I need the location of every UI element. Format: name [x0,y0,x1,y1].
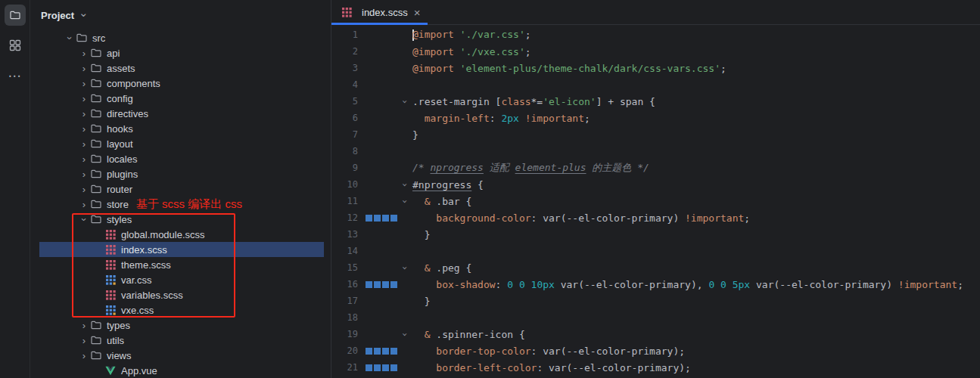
code-line-3[interactable]: 3@import 'element-plus/theme-chalk/dark/… [331,60,980,76]
line-number: 8 [331,146,358,156]
color-chip-icon[interactable] [374,281,381,288]
tree-item-label: global.module.scss [121,229,205,240]
fold-arrow-icon[interactable]: › [399,329,412,340]
color-chip-icon[interactable] [366,348,372,355]
chevron-collapsed-icon[interactable]: › [78,169,90,180]
chevron-expanded-icon[interactable]: › [78,214,90,225]
code-line-14[interactable]: 14 [331,243,980,259]
tree-item-styles[interactable]: ›styles [30,212,331,227]
code-line-21[interactable]: 21 border-left-color: var(--el-color-pri… [331,359,980,376]
code-line-2[interactable]: 2@import './vxe.css'; [331,43,980,60]
code-text: } [412,296,430,307]
code-line-7[interactable]: 7} [331,126,980,143]
color-chip-icon[interactable] [390,281,397,288]
color-preview-chips[interactable] [358,364,399,371]
tree-item-types[interactable]: ›types [30,318,331,333]
code-line-10[interactable]: 10›#nprogress { [331,176,980,193]
color-chip-icon[interactable] [374,364,381,371]
code-line-18[interactable]: 18 [331,309,980,326]
more-tool-windows-icon[interactable]: ⋯ [5,65,26,86]
tree-item-variables.scss[interactable]: variables.scss [30,287,331,302]
project-panel-header[interactable]: Project ⌄ [30,0,331,30]
chevron-collapsed-icon[interactable]: › [78,123,90,135]
fold-arrow-icon[interactable]: › [399,179,412,191]
tree-item-App.vue[interactable]: App.vue [30,363,331,378]
scss-icon [104,289,117,301]
chevron-collapsed-icon[interactable]: › [78,93,90,104]
tree-item-config[interactable]: ›config [30,91,331,106]
chevron-collapsed-icon[interactable]: › [78,138,90,150]
color-chip-icon[interactable] [382,281,389,288]
color-chip-icon[interactable] [366,364,372,371]
ellipsis-glyph: ⋯ [8,70,22,82]
color-preview-chips[interactable] [358,215,399,222]
tree-item-locales[interactable]: ›locales [30,151,331,166]
code-line-4[interactable]: 4 [331,76,980,93]
tree-item-utils[interactable]: ›utils [30,333,331,348]
tree-item-hooks[interactable]: ›hooks [30,121,331,136]
tree-item-views[interactable]: ›views [30,348,331,363]
code-line-1[interactable]: 1@import './var.css'; [331,26,980,43]
project-tool-window-icon[interactable] [5,5,26,26]
tab-index-scss[interactable]: index.scss × [331,0,428,24]
ide-window: ⋯ Project ⌄ ›src›api›assets›components›c… [0,0,980,378]
color-preview-chips[interactable] [358,281,399,288]
chevron-collapsed-icon[interactable]: › [78,48,90,59]
tree-item-api[interactable]: ›api [30,45,331,60]
code-line-16[interactable]: 16 box-shadow: 0 0 10px var(--el-color-p… [331,276,980,293]
chevron-collapsed-icon[interactable]: › [78,63,90,74]
tree-item-src[interactable]: ›src [30,30,331,45]
chevron-collapsed-icon[interactable]: › [78,78,90,89]
chevron-collapsed-icon[interactable]: › [78,350,90,361]
code-line-13[interactable]: 13 } [331,226,980,243]
chevron-collapsed-icon[interactable]: › [78,153,90,165]
code-line-15[interactable]: 15› & .peg { [331,259,980,276]
code-line-12[interactable]: 12 background-color: var(--el-color-prim… [331,209,980,226]
color-chip-icon[interactable] [374,215,381,222]
fold-arrow-icon[interactable]: › [399,196,412,207]
color-chip-icon[interactable] [366,215,372,222]
tree-item-vxe.css[interactable]: vxe.css [30,302,331,318]
tree-item-index.scss[interactable]: index.scss [30,242,331,257]
code-line-6[interactable]: 6 margin-left: 2px !important; [331,110,980,126]
code-line-9[interactable]: 9/* nprogress 适配 element-plus 的主题色 */ [331,160,980,176]
tree-item-store[interactable]: ›store基于 scss 编译出 css [30,197,331,212]
chevron-collapsed-icon[interactable]: › [78,199,90,210]
code-line-11[interactable]: 11› & .bar { [331,193,980,209]
fold-arrow-icon[interactable]: › [399,262,412,274]
tree-item-theme.scss[interactable]: theme.scss [30,257,331,272]
code-line-8[interactable]: 8 [331,143,980,160]
tree-item-var.css[interactable]: var.css [30,272,331,287]
tree-item-global.module.scss[interactable]: global.module.scss [30,227,331,242]
code-line-17[interactable]: 17 } [331,293,980,309]
chevron-collapsed-icon[interactable]: › [78,320,90,331]
color-preview-chips[interactable] [358,348,399,355]
fold-arrow-icon[interactable]: › [399,96,412,107]
code-line-19[interactable]: 19› & .spinner-icon { [331,326,980,342]
chevron-expanded-icon[interactable]: › [64,33,76,44]
code-area[interactable]: 1@import './var.css';2@import './vxe.css… [331,25,980,378]
modules-tool-window-icon[interactable] [5,35,26,56]
chevron-collapsed-icon[interactable]: › [78,108,90,119]
tree-item-directives[interactable]: ›directives [30,106,331,121]
code-text: border-top-color: var(--el-color-primary… [412,345,685,357]
color-chip-icon[interactable] [382,215,389,222]
code-line-5[interactable]: 5›.reset-margin [class*='el-icon'] + spa… [331,93,980,110]
tree-item-plugins[interactable]: ›plugins [30,166,331,181]
tree-item-router[interactable]: ›router [30,181,331,197]
color-chip-icon[interactable] [390,348,397,355]
line-number: 21 [331,362,358,373]
color-chip-icon[interactable] [390,364,397,371]
color-chip-icon[interactable] [390,215,397,222]
color-chip-icon[interactable] [366,281,372,288]
chevron-collapsed-icon[interactable]: › [78,184,90,195]
tree-item-components[interactable]: ›components [30,76,331,91]
color-chip-icon[interactable] [374,348,381,355]
color-chip-icon[interactable] [382,364,389,371]
tree-item-layout[interactable]: ›layout [30,136,331,151]
code-line-20[interactable]: 20 border-top-color: var(--el-color-prim… [331,342,980,359]
chevron-collapsed-icon[interactable]: › [78,335,90,346]
tree-item-assets[interactable]: ›assets [30,60,331,76]
close-tab-icon[interactable]: × [414,7,421,18]
color-chip-icon[interactable] [382,348,389,355]
